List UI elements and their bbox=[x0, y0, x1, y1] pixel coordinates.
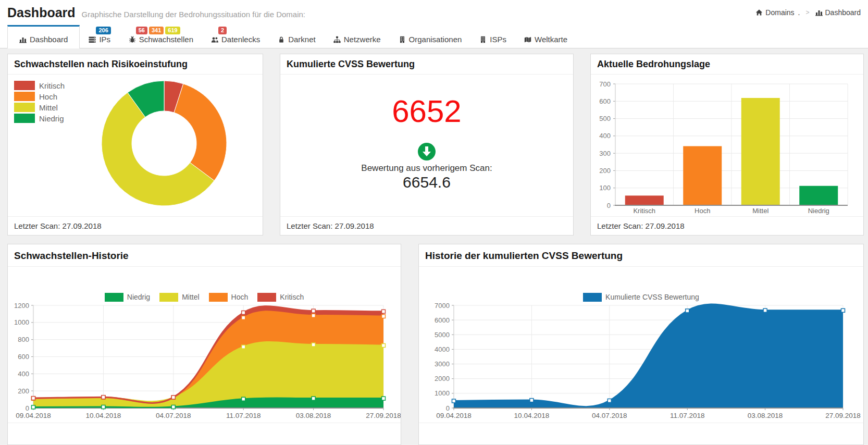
legend-swatch bbox=[159, 293, 178, 302]
svg-text:6000: 6000 bbox=[435, 316, 450, 324]
top-header: Dashboard Graphische Darstellung der Bed… bbox=[0, 0, 868, 25]
bug-icon bbox=[129, 36, 136, 43]
svg-text:0: 0 bbox=[446, 404, 450, 412]
svg-text:04.07.2018: 04.07.2018 bbox=[156, 412, 191, 419]
svg-text:09.04.2018: 09.04.2018 bbox=[16, 412, 51, 419]
tab-badges: 2 bbox=[218, 27, 227, 34]
legend-item-kritisch[interactable]: Kritisch bbox=[14, 81, 65, 90]
panel-cvss-score: Kumulierte CVSS Bewertung 6652 Bewertung… bbox=[280, 54, 574, 236]
badge-datenlecks: 2 bbox=[218, 27, 227, 34]
panel-title: Aktuelle Bedrohungslage bbox=[597, 59, 710, 69]
tab-badges: 206 bbox=[96, 27, 110, 34]
last-scan-label: Letzter Scan: 27.09.2018 bbox=[280, 216, 573, 235]
legend-label: Kritisch bbox=[280, 293, 304, 301]
svg-text:04.07.2018: 04.07.2018 bbox=[592, 412, 627, 419]
svg-text:5000: 5000 bbox=[435, 331, 450, 339]
cvss-history-chart[interactable]: 0100020003000400050006000700009.04.20181… bbox=[419, 302, 863, 423]
badge-schwachstellen: 341 bbox=[149, 27, 164, 34]
cvss-history-legend: Kumulierte CVSS Bewertung bbox=[419, 292, 863, 302]
tab-schwachstellen[interactable]: 56341619Schwachstellen bbox=[120, 25, 202, 48]
breadcrumb-dashboard[interactable]: Dashboard bbox=[815, 8, 861, 17]
page-subtitle: Graphische Darstellung der Bedrohungssit… bbox=[82, 10, 305, 19]
previous-scan-value: 6654.6 bbox=[403, 174, 451, 191]
home-icon bbox=[755, 9, 763, 16]
tab-dashboard[interactable]: Dashboard bbox=[7, 25, 80, 48]
cvss-history-body: Kumulierte CVSS Bewertung 01000200030004… bbox=[419, 267, 863, 423]
tab-label: Netzwerke bbox=[344, 35, 381, 44]
svg-text:10.04.2018: 10.04.2018 bbox=[514, 412, 550, 419]
legend-item-mittel[interactable]: Mittel bbox=[14, 103, 65, 112]
tab-isps[interactable]: ISPs bbox=[470, 25, 515, 48]
risk-donut-body: KritischHochMittelNiedrig bbox=[8, 75, 263, 216]
legend-swatch bbox=[105, 293, 123, 302]
tab-label: ISPs bbox=[490, 35, 506, 44]
vuln-history-chart[interactable]: 02004006008001000120009.04.201810.04.201… bbox=[8, 302, 401, 423]
server-icon bbox=[89, 36, 96, 43]
bar-chart-icon bbox=[19, 36, 27, 43]
threat-bars-body: 0100200300400500600700KritischHochMittel… bbox=[591, 75, 863, 216]
legend-swatch bbox=[14, 81, 35, 90]
tab-label: Darknet bbox=[288, 35, 316, 44]
legend-item-niedrig[interactable]: Niedrig bbox=[105, 292, 150, 302]
tab-netzwerke[interactable]: Netzwerke bbox=[325, 25, 390, 48]
tab-organisationen[interactable]: Organisationen bbox=[390, 25, 471, 48]
breadcrumb-domains[interactable]: Domains bbox=[755, 8, 794, 17]
svg-text:1200: 1200 bbox=[14, 302, 29, 310]
legend-label: Hoch bbox=[231, 293, 249, 301]
panel-header: Kumulierte CVSS Bewertung bbox=[280, 54, 573, 75]
svg-text:400: 400 bbox=[599, 132, 611, 140]
tab-label: Datenlecks bbox=[221, 35, 260, 44]
svg-text:0: 0 bbox=[26, 404, 29, 412]
panel-cvss-history: Historie der kumulierten CVSS Bewertung … bbox=[418, 244, 864, 445]
legend-label: Kumulierte CVSS Bewertung bbox=[605, 293, 699, 301]
legend-swatch bbox=[257, 293, 276, 302]
svg-text:Hoch: Hoch bbox=[695, 207, 710, 215]
last-scan-label: Letzter Scan: 27.09.2018 bbox=[591, 216, 863, 235]
panel-title: Kumulierte CVSS Bewertung bbox=[287, 59, 415, 69]
breadcrumb-domain: . bbox=[798, 8, 800, 17]
svg-text:500: 500 bbox=[599, 115, 611, 122]
legend-swatch bbox=[583, 293, 602, 302]
svg-text:300: 300 bbox=[599, 150, 611, 157]
panel-vuln-history: Schwachstellen-Historie NiedrigMittelHoc… bbox=[7, 244, 401, 445]
panel-threat-bars: Aktuelle Bedrohungslage 0100200300400500… bbox=[590, 54, 864, 236]
tab-ips[interactable]: 206IPs bbox=[80, 25, 119, 48]
svg-text:2000: 2000 bbox=[435, 375, 450, 382]
legend-item-hoch[interactable]: Hoch bbox=[14, 92, 65, 101]
legend-item-hoch[interactable]: Hoch bbox=[209, 292, 249, 302]
panel-title: Schwachstellen-Historie bbox=[14, 250, 129, 261]
badge-schwachstellen: 619 bbox=[165, 27, 180, 34]
cvss-score-body: 6652 Bewertung aus vorherigem Scan: 6654… bbox=[280, 75, 573, 216]
legend-label: Kritisch bbox=[39, 81, 65, 90]
panel-header: Schwachstellen nach Risikoeinstufung bbox=[8, 54, 263, 75]
panel-title: Schwachstellen nach Risikoeinstufung bbox=[14, 59, 188, 69]
legend-item-kumulierte-cvss-bewertung[interactable]: Kumulierte CVSS Bewertung bbox=[583, 292, 699, 302]
threat-bar-chart[interactable]: 0100200300400500600700KritischHochMittel… bbox=[591, 75, 863, 216]
legend-item-mittel[interactable]: Mittel bbox=[159, 292, 199, 302]
tab-weltkarte[interactable]: Weltkarte bbox=[515, 25, 576, 48]
svg-text:200: 200 bbox=[599, 167, 611, 175]
main-tabbar: Dashboard206IPs56341619Schwachstellen2Da… bbox=[0, 25, 868, 48]
last-scan-label: Letzter Scan: 27.09.2018 bbox=[8, 216, 263, 235]
vuln-history-body: NiedrigMittelHochKritisch 02004006008001… bbox=[8, 267, 401, 423]
panel-header: Historie der kumulierten CVSS Bewertung bbox=[419, 244, 863, 267]
legend-swatch bbox=[209, 293, 228, 302]
svg-text:Niedrig: Niedrig bbox=[808, 207, 829, 215]
risk-donut-legend: KritischHochMittelNiedrig bbox=[14, 81, 65, 123]
svg-text:200: 200 bbox=[18, 387, 29, 395]
sitemap-icon bbox=[333, 36, 341, 43]
svg-text:4000: 4000 bbox=[435, 345, 450, 353]
svg-text:09.04.2018: 09.04.2018 bbox=[436, 412, 472, 419]
svg-text:11.07.2018: 11.07.2018 bbox=[670, 412, 705, 419]
cvss-current-value: 6652 bbox=[392, 93, 461, 130]
legend-label: Niedrig bbox=[39, 114, 64, 123]
legend-item-niedrig[interactable]: Niedrig bbox=[14, 114, 65, 123]
tab-darknet[interactable]: Darknet bbox=[269, 25, 325, 48]
svg-text:11.07.2018: 11.07.2018 bbox=[226, 412, 261, 419]
panel-title: Historie der kumulierten CVSS Bewertung bbox=[425, 250, 623, 261]
arrow-circle-down-icon bbox=[417, 142, 436, 161]
tab-datenlecks[interactable]: 2Datenlecks bbox=[202, 25, 269, 48]
legend-item-kritisch[interactable]: Kritisch bbox=[257, 292, 304, 302]
svg-text:1000: 1000 bbox=[435, 389, 450, 397]
panel-header: Aktuelle Bedrohungslage bbox=[591, 54, 863, 75]
